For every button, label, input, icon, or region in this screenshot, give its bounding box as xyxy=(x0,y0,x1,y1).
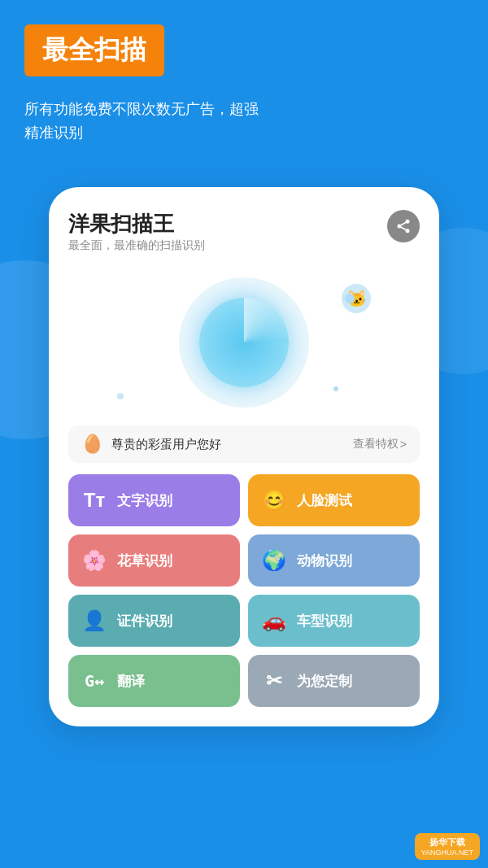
banner-text: 最全扫描 xyxy=(42,35,146,64)
car-recognition-icon: 🚗 xyxy=(261,609,287,632)
view-privileges-label: 查看特权 xyxy=(353,437,399,451)
watermark-bottom: YANGHUA.NET xyxy=(421,848,473,857)
animal-recognition-label: 动物识别 xyxy=(297,552,352,570)
banner-container: 最全扫描 xyxy=(24,24,164,76)
share-button[interactable] xyxy=(387,210,420,242)
view-privileges-button[interactable]: 查看特权 > xyxy=(353,437,407,451)
greeting-bar: 🥚 尊贵的彩蛋用户您好 查看特权 > xyxy=(68,425,420,463)
customize-label: 为您定制 xyxy=(297,672,352,691)
radar-area: 🐱 xyxy=(68,269,420,416)
card-header: 洋果扫描王 最全面，最准确的扫描识别 xyxy=(68,210,420,266)
feature-car-recognition[interactable]: 🚗 车型识别 xyxy=(248,595,420,647)
feature-face-test[interactable]: 😊 人脸测试 xyxy=(248,474,420,526)
svg-point-2 xyxy=(406,229,410,233)
id-recognition-icon: 👤 xyxy=(81,609,107,632)
subtitle-line2: 精准识别 xyxy=(24,121,259,145)
greeting-left: 🥚 尊贵的彩蛋用户您好 xyxy=(81,434,221,455)
text-recognition-icon: Tт xyxy=(81,489,107,512)
watermark: 扬华下载 YANGHUA.NET xyxy=(415,833,480,860)
radar-dot-1 xyxy=(345,294,355,303)
subtitle-line1: 所有功能免费不限次数无广告，超强 xyxy=(24,98,259,121)
plant-recognition-label: 花草识别 xyxy=(117,552,172,570)
animal-recognition-icon: 🌍 xyxy=(261,549,287,572)
feature-animal-recognition[interactable]: 🌍 动物识别 xyxy=(248,534,420,587)
plant-recognition-icon: 🌸 xyxy=(81,549,107,572)
radar-dot-3 xyxy=(333,386,338,391)
egg-icon: 🥚 xyxy=(81,434,103,455)
app-card: 洋果扫描王 最全面，最准确的扫描识别 🐱 🥚 尊贵的彩蛋用户您好 查看特权 xyxy=(49,187,439,726)
translate-icon: G↔ xyxy=(81,671,107,691)
feature-text-recognition[interactable]: Tт 文字识别 xyxy=(68,474,240,526)
feature-plant-recognition[interactable]: 🌸 花草识别 xyxy=(68,534,240,587)
app-card-subtitle: 最全面，最准确的扫描识别 xyxy=(68,238,205,253)
feature-translate[interactable]: G↔ 翻译 xyxy=(68,655,240,707)
app-title-block: 洋果扫描王 最全面，最准确的扫描识别 xyxy=(68,210,205,266)
id-recognition-label: 证件识别 xyxy=(117,612,172,630)
feature-customize[interactable]: ✂ 为您定制 xyxy=(248,655,420,707)
feature-id-recognition[interactable]: 👤 证件识别 xyxy=(68,595,240,647)
face-test-icon: 😊 xyxy=(261,489,287,512)
svg-line-4 xyxy=(401,222,406,225)
car-recognition-label: 车型识别 xyxy=(297,612,352,630)
share-icon xyxy=(395,218,412,234)
subtitle-block: 所有功能免费不限次数无广告，超强 精准识别 xyxy=(24,98,259,145)
radar-dot-2 xyxy=(117,393,124,399)
app-title: 洋果扫描王 xyxy=(68,210,205,238)
text-recognition-label: 文字识别 xyxy=(117,491,172,510)
svg-line-3 xyxy=(401,227,406,229)
translate-label: 翻译 xyxy=(117,672,145,691)
svg-point-1 xyxy=(398,225,402,229)
feature-grid: Tт 文字识别 😊 人脸测试 🌸 花草识别 🌍 动物识别 👤 证件识别 🚗 车型… xyxy=(68,474,420,707)
arrow-icon: > xyxy=(400,438,407,451)
greeting-text: 尊贵的彩蛋用户您好 xyxy=(111,437,221,452)
radar-sweep xyxy=(199,298,289,387)
svg-point-0 xyxy=(406,220,410,224)
face-test-label: 人脸测试 xyxy=(297,491,352,510)
customize-icon: ✂ xyxy=(261,670,287,692)
watermark-top: 扬华下载 xyxy=(429,836,465,848)
